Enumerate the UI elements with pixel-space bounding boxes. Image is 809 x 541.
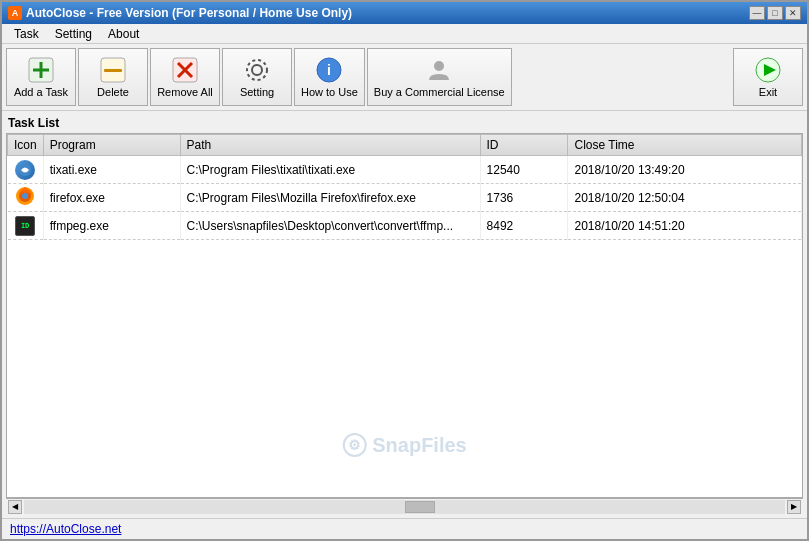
exit-button[interactable]: Exit [733, 48, 803, 106]
remove-all-label: Remove All [157, 86, 213, 98]
watermark-icon: ⚙ [342, 433, 366, 457]
horizontal-scrollbar: ◀ ▶ [6, 498, 803, 514]
svg-point-12 [434, 61, 444, 71]
row-program: tixati.exe [43, 156, 180, 184]
title-bar-text: A AutoClose - Free Version (For Personal… [8, 6, 352, 20]
buy-license-icon [425, 56, 453, 84]
remove-all-button[interactable]: Remove All [150, 48, 220, 106]
main-window: A AutoClose - Free Version (For Personal… [0, 0, 809, 541]
col-path: Path [180, 135, 480, 156]
content-area: Task List Icon Program Path ID Close Tim… [2, 111, 807, 518]
how-to-use-icon: i [315, 56, 343, 84]
title-bar-controls: — □ ✕ [749, 6, 801, 20]
svg-point-8 [252, 65, 262, 75]
row-id: 8492 [480, 212, 568, 240]
svg-point-9 [247, 60, 267, 80]
close-button[interactable]: ✕ [785, 6, 801, 20]
svg-point-18 [22, 193, 28, 199]
setting-icon [243, 56, 271, 84]
how-to-use-button[interactable]: i How to Use [294, 48, 365, 106]
add-task-button[interactable]: Add a Task [6, 48, 76, 106]
row-close-time: 2018/10/20 12:50:04 [568, 184, 802, 212]
row-program: firefox.exe [43, 184, 180, 212]
setting-button[interactable]: Setting [222, 48, 292, 106]
delete-label: Delete [97, 86, 129, 98]
row-close-time: 2018/10/20 13:49:20 [568, 156, 802, 184]
menu-bar: Task Setting About [2, 24, 807, 44]
watermark-text: SnapFiles [372, 434, 466, 457]
table-row[interactable]: firefox.exe C:\Program Files\Mozilla Fir… [8, 184, 802, 212]
maximize-button[interactable]: □ [767, 6, 783, 20]
website-link[interactable]: https://AutoClose.net [10, 522, 121, 536]
setting-label: Setting [240, 86, 274, 98]
table-row[interactable]: ID ffmpeg.exe C:\Users\snapfiles\Desktop… [8, 212, 802, 240]
row-path: C:\Program Files\Mozilla Firefox\firefox… [180, 184, 480, 212]
add-task-label: Add a Task [14, 86, 68, 98]
menu-setting[interactable]: Setting [47, 25, 100, 43]
exit-label: Exit [759, 86, 777, 98]
row-icon [8, 184, 44, 212]
row-id: 12540 [480, 156, 568, 184]
ffmpeg-app-icon: ID [15, 216, 35, 236]
row-icon: ID [8, 212, 44, 240]
watermark: ⚙ SnapFiles [342, 433, 466, 457]
col-icon: Icon [8, 135, 44, 156]
scroll-right-button[interactable]: ▶ [787, 500, 801, 514]
buy-license-button[interactable]: Buy a Commercial License [367, 48, 512, 106]
svg-rect-4 [104, 69, 122, 72]
how-to-use-label: How to Use [301, 86, 358, 98]
table-container: Icon Program Path ID Close Time [6, 133, 803, 498]
row-id: 1736 [480, 184, 568, 212]
status-bar: https://AutoClose.net [2, 518, 807, 539]
table-header-row: Icon Program Path ID Close Time [8, 135, 802, 156]
row-program: ffmpeg.exe [43, 212, 180, 240]
task-list-label: Task List [6, 115, 803, 131]
col-program: Program [43, 135, 180, 156]
table-row[interactable]: tixati.exe C:\Program Files\tixati\tixat… [8, 156, 802, 184]
buy-license-label: Buy a Commercial License [374, 86, 505, 98]
menu-about[interactable]: About [100, 25, 147, 43]
scroll-track[interactable] [24, 500, 785, 514]
delete-icon [99, 56, 127, 84]
svg-text:i: i [327, 62, 331, 78]
row-close-time: 2018/10/20 14:51:20 [568, 212, 802, 240]
minimize-button[interactable]: — [749, 6, 765, 20]
col-id: ID [480, 135, 568, 156]
row-path: C:\Users\snapfiles\Desktop\convert\conve… [180, 212, 480, 240]
menu-task[interactable]: Task [6, 25, 47, 43]
scroll-left-button[interactable]: ◀ [8, 500, 22, 514]
col-close-time: Close Time [568, 135, 802, 156]
firefox-app-icon [15, 186, 35, 206]
exit-icon [754, 56, 782, 84]
row-path: C:\Program Files\tixati\tixati.exe [180, 156, 480, 184]
remove-all-icon [171, 56, 199, 84]
add-task-icon [27, 56, 55, 84]
app-icon: A [8, 6, 22, 20]
row-icon [8, 156, 44, 184]
scroll-thumb[interactable] [405, 501, 435, 513]
task-table: Icon Program Path ID Close Time [7, 134, 802, 240]
title-bar: A AutoClose - Free Version (For Personal… [2, 2, 807, 24]
delete-button[interactable]: Delete [78, 48, 148, 106]
window-title: AutoClose - Free Version (For Personal /… [26, 6, 352, 20]
tixati-app-icon [15, 160, 35, 180]
toolbar: Add a Task Delete Remove All [2, 44, 807, 111]
